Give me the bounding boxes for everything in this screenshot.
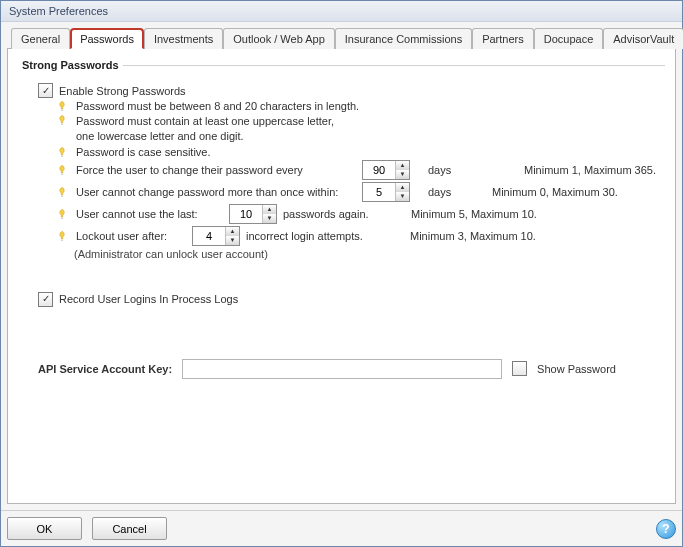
rule-case: Password is case sensitive. xyxy=(76,146,211,158)
svg-rect-6 xyxy=(61,239,63,240)
enable-strong-passwords-checkbox[interactable]: ✓ xyxy=(38,83,53,98)
info-icon xyxy=(56,164,68,176)
password-history-input[interactable] xyxy=(230,205,262,223)
tab-investments[interactable]: Investments xyxy=(144,28,223,49)
spin-up[interactable]: ▲ xyxy=(263,205,276,214)
rule-lockout-pre: Lockout user after: xyxy=(76,230,167,242)
rule-force-change-post: days xyxy=(428,164,478,176)
force-change-days-stepper[interactable]: ▲▼ xyxy=(362,160,410,180)
rule-change-freq-post: days xyxy=(428,186,478,198)
info-icon xyxy=(56,208,68,220)
lockout-attempts-stepper[interactable]: ▲▼ xyxy=(192,226,240,246)
spin-down[interactable]: ▼ xyxy=(396,192,409,201)
tab-insurance-commissions[interactable]: Insurance Commissions xyxy=(335,28,472,49)
rule-lockout-post: incorrect login attempts. xyxy=(246,230,386,242)
svg-rect-4 xyxy=(61,195,63,196)
tab-general[interactable]: General xyxy=(11,28,70,49)
group-title: Strong Passwords xyxy=(18,59,123,71)
spin-down[interactable]: ▼ xyxy=(263,214,276,223)
tab-advisorvault[interactable]: AdvisorVault xyxy=(603,28,683,49)
info-icon xyxy=(56,146,68,158)
rule-history-hint: Minimum 5, Maximum 10. xyxy=(411,208,537,220)
record-logins-checkbox[interactable]: ✓ xyxy=(38,292,53,307)
svg-rect-5 xyxy=(61,217,63,218)
rule-lockout-hint: Minimum 3, Maximum 10. xyxy=(410,230,536,242)
rule-length: Password must be between 8 and 20 charac… xyxy=(76,100,359,112)
button-bar: OK Cancel ? xyxy=(1,510,682,546)
tab-partners[interactable]: Partners xyxy=(472,28,534,49)
api-key-input[interactable] xyxy=(182,359,502,379)
record-logins-label: Record User Logins In Process Logs xyxy=(59,293,238,305)
change-freq-days-input[interactable] xyxy=(363,183,395,201)
window-body: General Passwords Investments Outlook / … xyxy=(1,22,682,510)
rule-complexity: Password must contain at least one upper… xyxy=(76,114,334,144)
password-history-stepper[interactable]: ▲▼ xyxy=(229,204,277,224)
rule-force-change-pre: Force the user to change their password … xyxy=(76,164,303,176)
info-icon xyxy=(56,230,68,242)
spin-up[interactable]: ▲ xyxy=(396,161,409,170)
rule-change-freq-hint: Minimum 0, Maximum 30. xyxy=(492,186,618,198)
svg-rect-2 xyxy=(61,155,63,156)
svg-rect-1 xyxy=(61,124,63,125)
tab-panel-passwords: Strong Passwords ✓ Enable Strong Passwor… xyxy=(7,49,676,504)
spin-up[interactable]: ▲ xyxy=(396,183,409,192)
cancel-button[interactable]: Cancel xyxy=(92,517,167,540)
spin-down[interactable]: ▼ xyxy=(226,236,239,245)
api-key-label: API Service Account Key: xyxy=(38,363,172,375)
strong-passwords-group: Strong Passwords ✓ Enable Strong Passwor… xyxy=(18,59,665,270)
spin-down[interactable]: ▼ xyxy=(396,170,409,179)
tab-passwords[interactable]: Passwords xyxy=(70,28,144,49)
lockout-attempts-input[interactable] xyxy=(193,227,225,245)
ok-button[interactable]: OK xyxy=(7,517,82,540)
admin-unlock-note: (Administrator can unlock user account) xyxy=(18,248,665,260)
enable-strong-passwords-label: Enable Strong Passwords xyxy=(59,85,186,97)
rule-change-freq-pre: User cannot change password more than on… xyxy=(76,186,338,198)
show-password-label: Show Password xyxy=(537,363,616,375)
show-password-checkbox[interactable] xyxy=(512,361,527,376)
info-icon xyxy=(56,114,68,126)
rule-history-pre: User cannot use the last: xyxy=(76,208,198,220)
tabstrip: General Passwords Investments Outlook / … xyxy=(7,28,676,49)
svg-rect-0 xyxy=(61,110,63,111)
preferences-window: System Preferences General Passwords Inv… xyxy=(0,0,683,547)
rule-history-post: passwords again. xyxy=(283,208,393,220)
spin-up[interactable]: ▲ xyxy=(226,227,239,236)
rule-force-change-hint: Minimum 1, Maximum 365. xyxy=(524,164,656,176)
help-icon[interactable]: ? xyxy=(656,519,676,539)
info-icon xyxy=(56,100,68,112)
window-title: System Preferences xyxy=(1,1,682,22)
tab-docupace[interactable]: Docupace xyxy=(534,28,604,49)
info-icon xyxy=(56,186,68,198)
change-freq-days-stepper[interactable]: ▲▼ xyxy=(362,182,410,202)
force-change-days-input[interactable] xyxy=(363,161,395,179)
svg-rect-3 xyxy=(61,173,63,174)
tab-outlook[interactable]: Outlook / Web App xyxy=(223,28,335,49)
